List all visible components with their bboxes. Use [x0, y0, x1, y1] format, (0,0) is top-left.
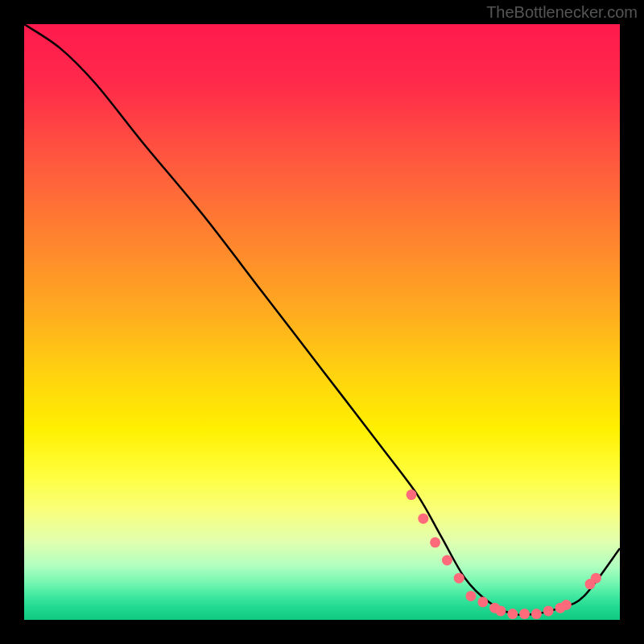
chart-marker	[418, 514, 428, 524]
chart-plot-area	[24, 24, 620, 620]
watermark-text: TheBottlenecker.com	[486, 3, 638, 22]
chart-marker	[531, 609, 542, 619]
chart-marker	[466, 591, 477, 601]
chart-marker	[407, 489, 417, 500]
chart-marker	[543, 605, 554, 616]
chart-marker	[519, 609, 530, 619]
chart-marker	[496, 605, 506, 616]
chart-marker	[561, 600, 572, 610]
chart-curve	[24, 24, 620, 615]
chart-marker	[591, 573, 601, 584]
chart-marker	[442, 555, 452, 566]
chart-marker	[430, 537, 440, 547]
chart-markers	[407, 489, 601, 619]
chart-marker	[454, 573, 464, 584]
chart-marker	[507, 609, 518, 619]
chart-marker	[477, 597, 488, 607]
chart-svg	[24, 24, 620, 620]
